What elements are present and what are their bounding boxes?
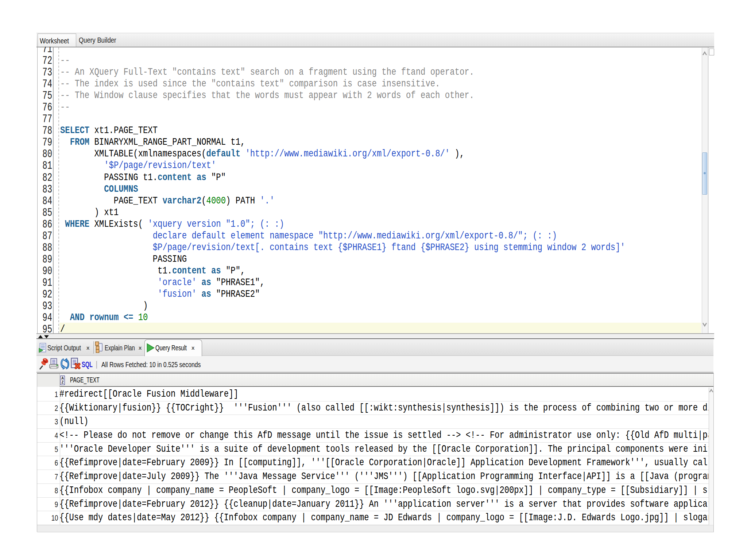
svg-text:Z: Z (61, 380, 63, 384)
svg-text:A: A (61, 376, 64, 380)
